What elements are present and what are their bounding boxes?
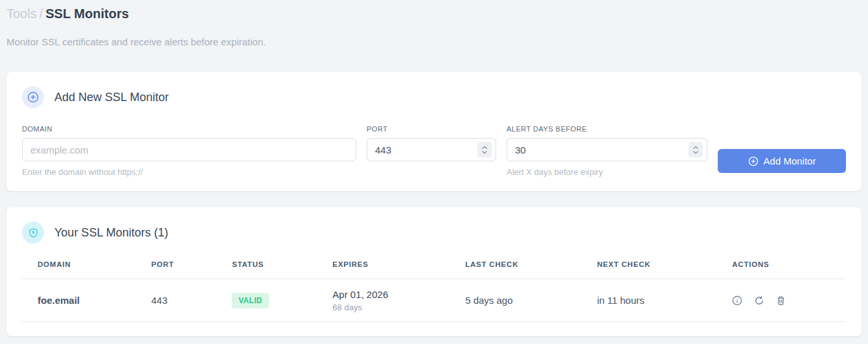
submit-column: Add Monitor: [718, 125, 846, 177]
add-monitor-button-label: Add Monitor: [764, 155, 816, 166]
col-header-port: PORT: [136, 255, 217, 279]
status-badge: VALID: [232, 293, 269, 308]
domain-label: DOMAIN: [22, 125, 356, 133]
page-subtitle: Monitor SSL certificates and receive ale…: [6, 36, 862, 47]
shield-lock-icon: [22, 222, 44, 244]
trash-icon: [776, 295, 786, 306]
breadcrumb: Tools/SSL Monitors: [6, 4, 862, 23]
monitors-list-header: Your SSL Monitors (1): [22, 222, 846, 244]
add-monitor-card: Add New SSL Monitor DOMAIN Enter the dom…: [6, 72, 862, 191]
alert-days-label: ALERT DAYS BEFORE: [507, 125, 707, 133]
breadcrumb-separator: /: [37, 6, 46, 21]
domain-input[interactable]: [22, 138, 356, 161]
add-monitor-title: Add New SSL Monitor: [54, 91, 168, 104]
add-monitor-button[interactable]: Add Monitor: [718, 149, 846, 173]
monitor-next-check[interactable]: in 11 hours: [582, 279, 717, 322]
delete-button[interactable]: [776, 295, 786, 306]
col-header-last-check: LAST CHECK: [450, 255, 582, 279]
alert-days-helper-text: Alert X days before expiry: [507, 167, 707, 177]
info-button[interactable]: [732, 295, 742, 306]
breadcrumb-tools-link[interactable]: Tools: [6, 6, 37, 21]
table-row: foe.email 443 VALID Apr 01, 2026 68 days…: [22, 279, 846, 322]
monitor-actions-cell: [716, 279, 846, 322]
col-header-actions: ACTIONS: [716, 255, 846, 279]
alert-days-input[interactable]: [507, 138, 707, 161]
port-field-group: PORT: [367, 125, 496, 177]
plus-circle-icon: [22, 86, 44, 108]
table-header-row: DOMAIN PORT STATUS EXPIRES LAST CHECK NE…: [22, 255, 846, 279]
col-header-next-check: NEXT CHECK: [582, 255, 717, 279]
col-header-expires: EXPIRES: [317, 255, 450, 279]
alert-days-field-group: ALERT DAYS BEFORE Alert X days before ex…: [507, 125, 707, 177]
refresh-button[interactable]: [754, 295, 764, 306]
monitor-domain: foe.email: [22, 279, 136, 322]
expires-days-remaining: 68 days: [332, 303, 450, 312]
ssl-monitors-page: Tools/SSL Monitors Monitor SSL certifica…: [0, 0, 868, 343]
monitors-list-title: Your SSL Monitors (1): [54, 226, 168, 240]
monitors-list-card: Your SSL Monitors (1) DOMAIN PORT STATUS…: [6, 207, 862, 336]
domain-field-group: DOMAIN Enter the domain without https://: [22, 125, 356, 177]
port-input[interactable]: [367, 138, 496, 161]
monitor-last-check: 5 days ago: [450, 279, 582, 322]
monitor-status-cell: VALID: [216, 279, 317, 322]
info-icon: [732, 295, 742, 306]
expires-date: Apr 01, 2026: [332, 289, 450, 300]
port-stepper[interactable]: [477, 142, 492, 157]
monitor-expires-cell: Apr 01, 2026 68 days: [317, 279, 450, 322]
page-title: SSL Monitors: [45, 6, 129, 21]
refresh-icon: [754, 295, 764, 306]
plus-circle-icon: [748, 156, 759, 166]
domain-helper-text: Enter the domain without https://: [22, 167, 356, 177]
monitor-port: 443: [136, 279, 217, 322]
port-label: PORT: [367, 125, 496, 133]
alert-days-stepper[interactable]: [689, 142, 703, 157]
col-header-domain: DOMAIN: [22, 255, 136, 279]
add-monitor-header: Add New SSL Monitor: [22, 86, 846, 108]
col-header-status: STATUS: [216, 255, 317, 279]
add-monitor-form: DOMAIN Enter the domain without https://…: [22, 125, 846, 177]
monitors-table: DOMAIN PORT STATUS EXPIRES LAST CHECK NE…: [22, 255, 846, 322]
